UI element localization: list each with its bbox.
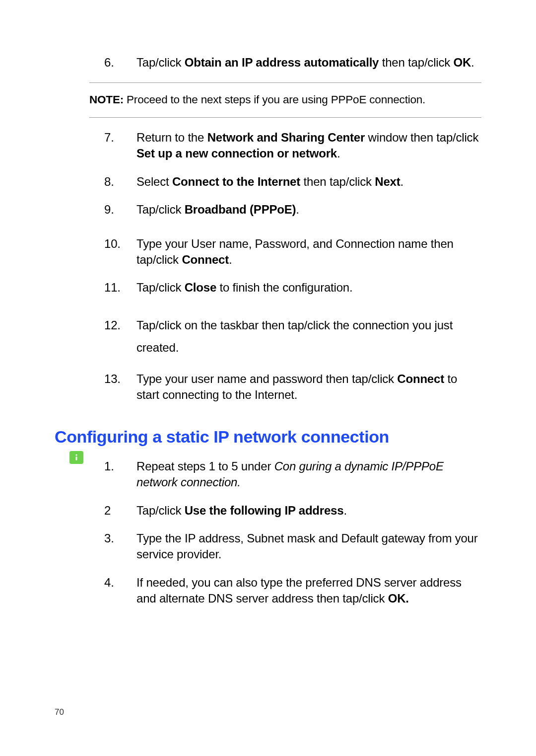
step-body: Tap/click Obtain an IP address automatic… xyxy=(136,55,481,71)
step-8: 8. Select Connect to the Internet then t… xyxy=(104,174,481,190)
step-12: 12. Tap/click on the taskbar then tap/cl… xyxy=(104,314,481,359)
step-number: 7. xyxy=(104,130,136,162)
info-icon xyxy=(69,451,83,464)
step-number: 9. xyxy=(104,202,136,218)
page-number: 70 xyxy=(55,707,64,717)
note-label: NOTE: xyxy=(89,93,124,106)
step-number: 11. xyxy=(104,280,136,296)
step-body: Repeat steps 1 to 5 under Con guring a d… xyxy=(136,458,481,491)
step-number: 12. xyxy=(104,314,136,359)
step-number: 4. xyxy=(104,575,136,607)
step-number: 2 xyxy=(104,503,136,519)
static-step-3: 3. Type the IP address, Subnet mask and … xyxy=(104,530,481,563)
svg-rect-1 xyxy=(76,456,77,460)
step-body: Type your user name and password then ta… xyxy=(136,371,481,403)
manual-page: 6. Tap/click Obtain an IP address automa… xyxy=(0,0,536,756)
step-body: Return to the Network and Sharing Center… xyxy=(136,130,481,162)
step-body: Select Connect to the Internet then tap/… xyxy=(136,174,481,190)
step-number: 10. xyxy=(104,236,136,268)
step-body: Type the IP address, Subnet mask and Def… xyxy=(136,530,481,563)
step-number: 6. xyxy=(104,55,136,71)
step-6: 6. Tap/click Obtain an IP address automa… xyxy=(104,55,481,71)
note-text: Proceed to the next steps if you are usi… xyxy=(124,93,425,106)
step-body: If needed, you can also type the preferr… xyxy=(136,575,481,607)
step-9: 9. Tap/click Broadband (PPPoE). xyxy=(104,202,481,218)
note-block: NOTE: Proceed to the next steps if you a… xyxy=(89,82,481,118)
step-body: Tap/click Broadband (PPPoE). xyxy=(136,202,481,218)
step-number: 3. xyxy=(104,530,136,563)
step-number: 13. xyxy=(104,371,136,403)
section-heading-static-ip: Configuring a static IP network connecti… xyxy=(55,427,481,447)
static-step-4: 4. If needed, you can also type the pref… xyxy=(104,575,481,607)
step-number: 1. xyxy=(104,458,136,491)
instruction-list-post-note: 7. Return to the Network and Sharing Cen… xyxy=(104,130,481,403)
instruction-list-pre-note: 6. Tap/click Obtain an IP address automa… xyxy=(104,55,481,71)
step-body: Tap/click Close to finish the configurat… xyxy=(136,280,481,296)
step-10: 10. Type your User name, Password, and C… xyxy=(104,236,481,268)
step-body: Tap/click on the taskbar then tap/click … xyxy=(136,314,481,359)
step-body: Type your User name, Password, and Conne… xyxy=(136,236,481,268)
static-step-1: 1. Repeat steps 1 to 5 under Con guring … xyxy=(104,458,481,491)
static-step-2: 2 Tap/click Use the following IP address… xyxy=(104,503,481,519)
step-13: 13. Type your user name and password the… xyxy=(104,371,481,403)
step-body: Tap/click Use the following IP address. xyxy=(136,503,481,519)
instruction-list-static-ip: 1. Repeat steps 1 to 5 under Con guring … xyxy=(104,458,481,607)
step-number: 8. xyxy=(104,174,136,190)
step-7: 7. Return to the Network and Sharing Cen… xyxy=(104,130,481,162)
step-11: 11. Tap/click Close to finish the config… xyxy=(104,280,481,296)
svg-point-0 xyxy=(75,454,77,455)
